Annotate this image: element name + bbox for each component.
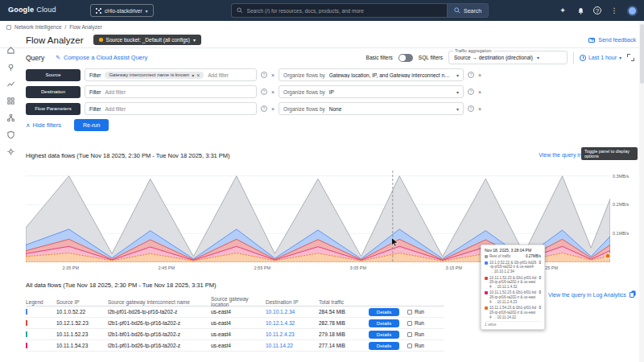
notifications-icon[interactable] — [576, 6, 585, 15]
clock-icon — [580, 55, 586, 61]
clear-icon[interactable]: × — [271, 106, 275, 112]
filter-chip[interactable]: Gateway interconnect name is known ▾ × — [105, 72, 204, 79]
page-scrollbar[interactable] — [639, 21, 644, 362]
cell-location: us-east4 — [211, 331, 262, 337]
details-button[interactable]: Details — [369, 331, 399, 339]
top-app-bar: GoogleCloud cHlo-stackdriver ▾ Search ✦ … — [0, 0, 644, 21]
run-action[interactable]: Run — [407, 309, 435, 315]
details-button[interactable]: Details — [369, 308, 399, 316]
clear-icon[interactable]: × — [478, 106, 481, 112]
location-pin-icon[interactable] — [6, 60, 15, 69]
more-vert-icon[interactable]: ⋮ — [609, 6, 619, 15]
help-icon[interactable]: ? — [261, 105, 267, 112]
table-row[interactable]: 10.11.1.52.23 l2b1-bf01-bd26-tp-pf16-ta2… — [26, 329, 444, 340]
checkbox-icon[interactable] — [407, 343, 412, 348]
destination-filter-box[interactable]: Filter Add filter — [85, 85, 257, 98]
clear-icon[interactable]: × — [271, 72, 275, 78]
help-icon[interactable]: ? — [261, 88, 267, 95]
filter-label: Filter — [89, 89, 101, 95]
avatar[interactable] — [627, 6, 638, 16]
scrollbar-thumb[interactable] — [640, 24, 644, 84]
destination-chip[interactable]: Destination — [26, 86, 80, 98]
query-section-label: Query — [26, 54, 44, 62]
run-label: Run — [415, 343, 424, 348]
send-feedback-link[interactable]: Send feedback — [588, 37, 636, 43]
organize-value: IP — [329, 89, 452, 95]
shield-icon[interactable] — [6, 128, 15, 137]
time-range-selector[interactable]: Last 1 hour ▾ — [580, 55, 621, 61]
cell-source-ip: 10.11.1.52.23 — [56, 331, 105, 337]
chevron-down-icon: ▾ — [619, 55, 621, 60]
flow-parameters-organize-select[interactable]: Organize flows by None ▾ — [279, 102, 464, 115]
query-header-controls: Basic filters SQL filters Traffic aggreg… — [366, 51, 634, 64]
chart-icon[interactable] — [6, 77, 15, 86]
run-action[interactable]: Run — [407, 320, 435, 326]
clear-icon[interactable]: × — [478, 89, 481, 95]
pencil-icon: ✎ — [56, 55, 60, 61]
help-icon[interactable]: ? — [261, 72, 267, 78]
table-row[interactable]: 10.1.0.52.22 l2b-pf01-bd26-tp-pf16-ta202… — [26, 306, 444, 318]
table-row[interactable]: 10.11.1.54.23 l2b1-pf01-bd26-tp-pf16-ta2… — [26, 340, 444, 352]
hub-icon[interactable] — [6, 111, 15, 120]
details-button[interactable]: Details — [369, 319, 399, 327]
time-range-label: Last 1 hour — [588, 55, 617, 60]
filter-label: Filter — [89, 72, 101, 78]
breadcrumb-section[interactable]: Network Intelligence — [14, 24, 62, 30]
gear-icon[interactable] — [6, 145, 15, 154]
traffic-aggregation-value: Source → destination (directional) — [454, 55, 533, 60]
breadcrumb-separator: / — [65, 24, 67, 30]
source-organize-select[interactable]: Organize flows by Gateway location, IP, … — [279, 68, 464, 81]
hide-filters-link[interactable]: ∧ Hide filters — [26, 121, 61, 129]
organize-label: Organize flows by — [283, 89, 325, 95]
add-filter-placeholder[interactable]: Add filter — [105, 106, 126, 112]
brand-google: Google — [8, 6, 34, 14]
cell-dest-ip-link[interactable]: 10.11.2.4.23 — [266, 331, 316, 337]
global-search[interactable] — [231, 3, 447, 18]
source-filter-box[interactable]: Filter Gateway interconnect name is know… — [85, 68, 257, 81]
google-cloud-logo[interactable]: GoogleCloud — [8, 6, 56, 14]
project-selector[interactable]: cHlo-stackdriver ▾ — [90, 4, 154, 17]
remove-chip-icon[interactable]: × — [196, 72, 200, 78]
cell-dest-ip-link[interactable]: 10.10.1.2.34 — [266, 309, 316, 315]
checkbox-icon[interactable] — [407, 321, 412, 326]
source-bucket-button[interactable]: Source bucket: _Default (all configs) ▾ — [93, 35, 201, 45]
checkbox-icon[interactable] — [407, 310, 412, 315]
flow-parameters-chip[interactable]: Flow Parameters — [26, 103, 80, 115]
run-action[interactable]: Run — [407, 343, 435, 348]
clear-icon[interactable]: × — [478, 72, 481, 78]
traffic-aggregation-select[interactable]: Traffic aggregation Source → destination… — [448, 51, 568, 64]
chevron-down-icon: ▾ — [146, 8, 148, 14]
destination-organize-select[interactable]: Organize flows by IP ▾ — [279, 85, 464, 98]
organize-value: None — [329, 106, 452, 112]
chevron-down-icon: ▾ — [456, 106, 459, 112]
run-action[interactable]: Run — [407, 331, 435, 337]
gemini-icon[interactable]: ✦ — [558, 6, 568, 15]
add-filter-placeholder[interactable]: Add filter — [105, 89, 126, 95]
search-input[interactable] — [247, 8, 442, 14]
view-query-log-analytics-link-table[interactable]: View the query in Log Analytics — [548, 292, 634, 298]
help-icon[interactable]: ? — [468, 105, 474, 112]
cell-dest-ip-link[interactable]: 10.12.1.4.32 — [266, 320, 316, 326]
compose-cloud-assist-query-link[interactable]: ✎ Compose a Cloud Assist Query — [56, 54, 147, 61]
help-icon[interactable]: ? — [468, 72, 474, 78]
table-row[interactable]: 10.12.1.52.23 l2b1-pf01-bd26-tp-pf16-ta2… — [26, 318, 444, 329]
source-chip[interactable]: Source — [26, 69, 80, 81]
col-interconnect: Source gateway interconnect name — [108, 299, 208, 305]
project-grid-icon — [96, 8, 101, 14]
add-filter-placeholder[interactable]: Add filter — [208, 72, 229, 78]
search-button[interactable]: Search — [447, 3, 489, 18]
filters-mode-toggle[interactable] — [398, 54, 413, 62]
rerun-button[interactable]: Re-run — [74, 119, 109, 131]
help-icon[interactable]: ? — [593, 6, 601, 14]
clear-icon[interactable]: × — [271, 89, 275, 95]
home-icon[interactable] — [6, 43, 15, 52]
details-button[interactable]: Details — [369, 342, 399, 350]
flow-parameters-filter-box[interactable]: Filter Add filter — [85, 102, 257, 115]
filters-actions: ∧ Hide filters Re-run — [26, 119, 109, 131]
cell-dest-ip-link[interactable]: 10.11.14.22 — [266, 343, 316, 348]
help-icon[interactable]: ? — [468, 88, 474, 95]
checkbox-icon[interactable] — [407, 332, 412, 337]
tooltip-flow-label: Rest of traffic — [489, 254, 524, 259]
grid-icon[interactable] — [6, 94, 15, 103]
fullscreen-icon[interactable] — [627, 54, 634, 61]
